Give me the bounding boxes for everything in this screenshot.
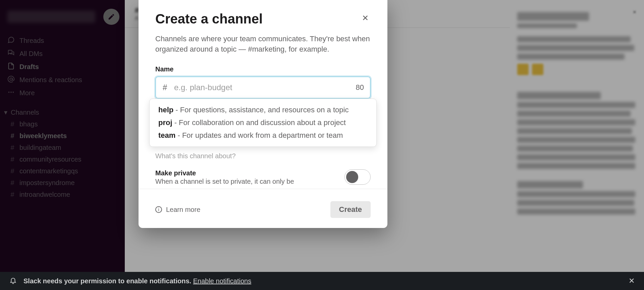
channels-section-header[interactable]: ▾ Channels <box>0 102 125 118</box>
name-label: Name <box>155 65 371 73</box>
suggestion-desc: - For questions, assistance, and resourc… <box>173 106 348 114</box>
channel-item-biweeklymeets[interactable]: #biweeklymeets <box>0 130 125 142</box>
nav-item-drafts[interactable]: Drafts <box>3 60 121 73</box>
name-suggestions-dropdown: help - For questions, assistance, and re… <box>149 99 377 147</box>
hash-icon: # <box>9 156 15 163</box>
dms-icon <box>7 49 15 58</box>
make-private-subtitle: When a channel is set to private, it can… <box>155 178 294 185</box>
learn-more-label: Learn more <box>166 206 200 214</box>
hash-icon: # <box>9 167 15 175</box>
suggestion-desc: - For collaboration on and discussion ab… <box>172 118 346 127</box>
drafts-icon <box>7 62 15 71</box>
svg-point-1 <box>8 92 10 93</box>
info-icon: i <box>155 206 162 213</box>
make-private-row: Make private When a channel is set to pr… <box>155 169 371 185</box>
notification-bar: Slack needs your permission to enable no… <box>0 272 644 290</box>
suggestion-prefix: help <box>158 106 173 114</box>
right-pane: ✕ <box>510 0 644 290</box>
channel-item-contentmarketingqs[interactable]: #contentmarketingqs <box>0 165 125 177</box>
svg-point-0 <box>10 78 12 80</box>
suggestion-desc: - For updates and work from a department… <box>175 131 343 139</box>
enable-notifications-link[interactable]: Enable notifications <box>193 277 251 285</box>
toggle-knob <box>346 171 358 183</box>
hash-icon: # <box>9 120 15 128</box>
nav-item-label: All DMs <box>19 50 43 58</box>
create-button-label: Create <box>339 205 362 214</box>
close-icon: ✕ <box>362 13 369 22</box>
threads-icon <box>7 36 15 45</box>
channel-item-impostersyndrome[interactable]: #impostersyndrome <box>0 177 125 189</box>
channel-label: biweeklymeets <box>19 132 67 140</box>
suggestion-help[interactable]: help - For questions, assistance, and re… <box>150 104 376 116</box>
channel-label: introandwelcome <box>19 191 70 198</box>
sidebar: ThreadsAll DMsDraftsMentions & reactions… <box>0 0 125 290</box>
suggestion-prefix: proj <box>158 118 172 127</box>
modal-description: Channels are where your team communicate… <box>155 34 371 55</box>
channel-list: #bhags#biweeklymeets#buildingateam#commu… <box>0 118 125 200</box>
create-button[interactable]: Create <box>330 201 371 218</box>
modal-title: Create a channel <box>155 11 360 26</box>
nav-list: ThreadsAll DMsDraftsMentions & reactions… <box>0 32 125 102</box>
channel-label: bhags <box>19 120 38 128</box>
make-private-toggle[interactable] <box>344 169 371 185</box>
make-private-title: Make private <box>155 169 294 177</box>
channel-item-introandwelcome[interactable]: #introandwelcome <box>0 189 125 200</box>
close-icon[interactable]: ✕ <box>633 9 637 15</box>
nav-item-label: Threads <box>19 37 44 45</box>
suggestion-team[interactable]: team - For updates and work from a depar… <box>150 129 376 142</box>
mentions-icon <box>7 75 15 84</box>
nav-item-label: Mentions & reactions <box>19 76 82 84</box>
nav-item-threads[interactable]: Threads <box>3 34 121 47</box>
notification-text: Slack needs your permission to enable no… <box>23 277 193 285</box>
hash-icon: # <box>9 144 15 152</box>
channel-label: contentmarketingqs <box>19 167 78 175</box>
channel-label: buildingateam <box>19 144 61 152</box>
workspace-header <box>0 6 125 32</box>
create-channel-modal: Create a channel ✕ Channels are where yo… <box>139 0 387 228</box>
description-placeholder: What's this channel about? <box>155 152 371 160</box>
name-field: Name # 80 help - For questions, assistan… <box>155 65 371 99</box>
bell-icon <box>9 277 17 286</box>
nav-item-all-dms[interactable]: All DMs <box>3 47 121 60</box>
char-count: 80 <box>356 83 364 92</box>
channel-label: communityresources <box>19 156 82 163</box>
nav-item-label: Drafts <box>19 63 39 71</box>
channel-item-bhags[interactable]: #bhags <box>0 118 125 130</box>
svg-point-3 <box>13 92 14 93</box>
channel-item-communityresources[interactable]: #communityresources <box>0 154 125 165</box>
close-icon: ✕ <box>629 277 635 285</box>
compose-button[interactable] <box>103 9 119 25</box>
hash-icon: # <box>163 83 167 92</box>
more-icon <box>7 89 15 98</box>
hash-icon: # <box>9 132 15 140</box>
nav-item-label: More <box>19 89 35 97</box>
nav-item-mentions-reactions[interactable]: Mentions & reactions <box>3 73 121 86</box>
learn-more-link[interactable]: i Learn more <box>155 206 200 214</box>
channel-item-buildingateam[interactable]: #buildingateam <box>0 142 125 154</box>
channel-label: impostersyndrome <box>19 179 75 187</box>
channel-name-input[interactable] <box>155 76 371 99</box>
hash-icon: # <box>9 179 15 187</box>
modal-close-button[interactable]: ✕ <box>360 11 371 25</box>
suggestion-prefix: team <box>158 131 175 139</box>
nav-item-more[interactable]: More <box>3 86 121 100</box>
suggestion-proj[interactable]: proj - For collaboration on and discussi… <box>150 116 376 129</box>
notification-close-button[interactable]: ✕ <box>629 277 635 285</box>
compose-icon <box>108 13 115 20</box>
workspace-name[interactable] <box>7 11 95 23</box>
hash-icon: # <box>9 191 15 198</box>
svg-point-2 <box>10 92 12 93</box>
channels-header-label: Channels <box>11 109 39 116</box>
caret-down-icon: ▾ <box>4 108 7 116</box>
